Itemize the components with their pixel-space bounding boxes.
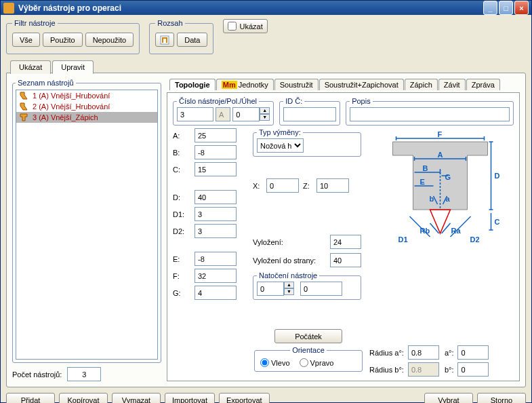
svg-text:D: D: [495, 172, 500, 180]
tool-number-input[interactable]: [177, 107, 213, 121]
filter-legend: Filtr nástroje: [12, 19, 58, 27]
spin-down[interactable]: ▼: [260, 114, 270, 121]
svg-text:D2: D2: [470, 235, 480, 244]
orientation-group: Orientace Vlevo Vpravo: [254, 346, 363, 372]
idc-group: ID Č:: [279, 97, 340, 126]
svg-text:B: B: [423, 164, 428, 172]
list-item-label: 2 (A) Vnější_Hrubování: [33, 102, 110, 111]
param-D1-input[interactable]: [195, 207, 237, 221]
param-B-label: B:: [173, 149, 190, 157]
list-item[interactable]: 1 (A) Vnější_Hrubování: [16, 90, 157, 101]
import-button[interactable]: Importovat: [165, 393, 215, 403]
param-G-input[interactable]: [195, 286, 237, 300]
overhang-input[interactable]: [330, 235, 361, 249]
exchange-legend: Typ výměny:: [257, 128, 303, 136]
rotation-group: Natočení nástroje ▲▼: [253, 271, 361, 300]
spin-down[interactable]: ▼: [284, 288, 294, 295]
rotation-legend: Natočení nástroje: [257, 271, 319, 280]
minimize-button[interactable]: _: [483, 1, 497, 15]
rot2-input[interactable]: [300, 282, 342, 296]
spin-up[interactable]: ▲: [284, 282, 294, 288]
close-button[interactable]: ×: [514, 1, 529, 15]
range-group: Rozsah Data: [149, 19, 213, 54]
range-toggle[interactable]: [155, 33, 174, 47]
spin-up[interactable]: ▲: [260, 107, 270, 114]
maximize-button[interactable]: □: [499, 1, 513, 15]
cancel-button[interactable]: Storno: [477, 393, 526, 403]
show-checkbox[interactable]: Ukázat: [223, 19, 267, 33]
orient-right-radio[interactable]: Vpravo: [300, 358, 334, 367]
param-F-input[interactable]: [195, 269, 237, 283]
radius-a-input[interactable]: [408, 345, 439, 360]
tab-show[interactable]: Ukázat: [10, 60, 51, 74]
select-button[interactable]: Vybrat: [424, 393, 473, 403]
param-C-input[interactable]: [195, 162, 237, 176]
desc-group: Popis: [346, 97, 514, 126]
x-input[interactable]: [266, 178, 299, 193]
orientation-legend: Orientace: [290, 346, 327, 354]
idc-input[interactable]: [283, 107, 336, 121]
list-item[interactable]: 2 (A) Vnější_Hrubování: [16, 101, 157, 112]
filter-unused-button[interactable]: Nepoužito: [85, 33, 134, 47]
subtab-report[interactable]: Zpráva: [466, 79, 500, 90]
add-button[interactable]: Přidat: [6, 393, 55, 403]
param-D2-input[interactable]: [195, 224, 237, 238]
show-checkbox-input[interactable]: [228, 22, 237, 31]
radius-b-input: [408, 362, 439, 377]
svg-text:b: b: [430, 195, 434, 203]
window-title: Výběr nástroje pro operaci: [18, 3, 482, 13]
tool-count-value: [67, 367, 101, 381]
overhang-side-input[interactable]: [330, 253, 361, 267]
origin-button[interactable]: Počátek: [274, 329, 342, 343]
svg-rect-0: [161, 36, 169, 44]
angle-a-label: a°:: [445, 349, 454, 357]
tab-edit[interactable]: Upravit: [52, 60, 94, 74]
subtab-units[interactable]: MmJednotky: [216, 79, 274, 90]
subtab-turn-groove[interactable]: Soustružit+Zapichovat: [319, 79, 404, 90]
exchange-select[interactable]: Nožová h: [257, 138, 304, 153]
z-input[interactable]: [316, 178, 349, 193]
subtab-turn[interactable]: Soustružit: [274, 79, 319, 90]
angle-a-input[interactable]: [457, 345, 489, 360]
subtab-topology[interactable]: Topologie: [169, 79, 216, 90]
tool-icon: [19, 113, 28, 122]
z-label: Z:: [303, 182, 312, 190]
tool-count-label: Počet nástrojů:: [12, 370, 62, 379]
angle-b-input[interactable]: [457, 362, 489, 377]
svg-text:F: F: [438, 130, 443, 138]
filter-used-button[interactable]: Použito: [43, 33, 83, 47]
desc-input[interactable]: [350, 107, 510, 121]
subtab-thread[interactable]: Závit: [438, 79, 466, 90]
param-E-input[interactable]: [195, 252, 237, 266]
svg-text:Ra: Ra: [451, 227, 462, 235]
param-E-label: E:: [173, 255, 190, 263]
overhang-side-label: Vyložení do strany:: [253, 256, 326, 265]
radius-b-label: Rádius b°:: [369, 366, 404, 374]
tool-number-legend: Číslo nástroje/Pol./Úhel: [177, 97, 259, 105]
delete-button[interactable]: Vymazat: [112, 393, 161, 403]
param-B-input[interactable]: [195, 145, 237, 159]
tool-listbox[interactable]: 1 (A) Vnější_Hrubování 2 (A) Vnější_Hrub…: [16, 90, 158, 360]
param-D2-label: D2:: [173, 227, 190, 235]
param-A-input[interactable]: [195, 128, 237, 142]
svg-text:E: E: [420, 178, 425, 186]
orient-left-radio[interactable]: Vlevo: [260, 358, 290, 367]
exchange-group: Typ výměny: Nožová h: [253, 128, 361, 157]
overhang-label: Vyložení:: [253, 238, 326, 246]
tool-icon: [19, 102, 28, 111]
rot1-input[interactable]: [257, 282, 284, 296]
filter-all-button[interactable]: Vše: [12, 33, 40, 47]
tool-angle-input[interactable]: [232, 107, 260, 121]
param-G-label: G:: [173, 289, 190, 297]
subtab-groove[interactable]: Zápich: [405, 79, 438, 90]
copy-button[interactable]: Kopírovat: [59, 393, 108, 403]
svg-text:G: G: [445, 173, 451, 181]
export-button[interactable]: Exportovat: [219, 393, 270, 403]
range-data-button[interactable]: Data: [177, 33, 207, 47]
svg-text:a: a: [446, 195, 451, 203]
list-item[interactable]: 3 (A) Vnější_Zápich: [16, 112, 157, 123]
svg-text:C: C: [495, 218, 500, 226]
desc-legend: Popis: [350, 97, 373, 105]
tool-diagram: F A B E G b a D C D1: [367, 128, 514, 326]
param-D-input[interactable]: [195, 190, 237, 204]
